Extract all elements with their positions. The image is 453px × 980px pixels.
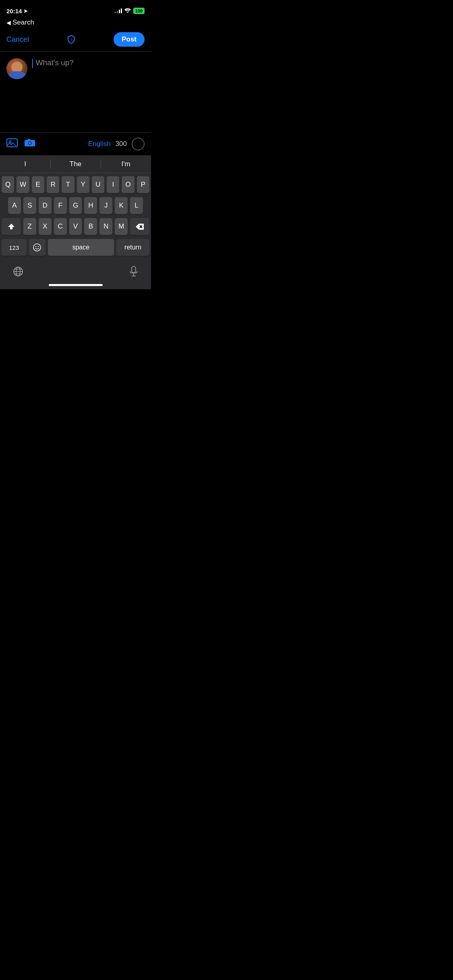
key-d[interactable]: D xyxy=(39,197,52,214)
back-arrow-icon: ◀ xyxy=(6,19,11,26)
svg-point-5 xyxy=(29,142,31,144)
shift-key[interactable] xyxy=(2,218,21,235)
back-navigation[interactable]: ◀ Search xyxy=(0,18,151,29)
signal-icon xyxy=(115,8,122,13)
key-q[interactable]: Q xyxy=(2,176,14,193)
home-indicator-bar xyxy=(49,284,103,286)
key-b[interactable]: B xyxy=(84,218,97,235)
svg-point-11 xyxy=(38,246,39,247)
key-n[interactable]: N xyxy=(99,218,112,235)
key-h[interactable]: H xyxy=(84,197,97,214)
space-key[interactable]: space xyxy=(48,239,114,256)
camera-icon[interactable] xyxy=(24,138,35,150)
battery-level: 100 xyxy=(135,8,143,13)
key-r[interactable]: R xyxy=(47,176,59,193)
key-e[interactable]: E xyxy=(32,176,44,193)
shield-icon[interactable]: ! xyxy=(66,34,77,45)
key-x[interactable]: X xyxy=(39,218,52,235)
num-key[interactable]: 123 xyxy=(2,239,27,256)
svg-point-9 xyxy=(33,244,41,251)
text-cursor xyxy=(32,59,33,68)
wifi-icon xyxy=(124,8,131,14)
key-j[interactable]: J xyxy=(99,197,112,214)
char-count: 300 xyxy=(116,140,127,148)
back-label: Search xyxy=(12,19,34,27)
key-w[interactable]: W xyxy=(17,176,29,193)
bottom-bar xyxy=(0,261,151,282)
keyboard-row-4: 123 space return xyxy=(2,239,149,256)
language-label[interactable]: English xyxy=(88,140,111,148)
compose-text-field[interactable]: What's up? xyxy=(32,58,145,126)
status-bar: 20:14 ➤ 100 xyxy=(0,0,151,18)
key-m[interactable]: M xyxy=(115,218,128,235)
post-button[interactable]: Post xyxy=(114,32,145,47)
toolbar-center: ! xyxy=(66,34,77,45)
key-l[interactable]: L xyxy=(130,197,143,214)
emoji-key[interactable] xyxy=(29,239,46,256)
key-o[interactable]: O xyxy=(122,176,134,193)
key-c[interactable]: C xyxy=(54,218,67,235)
key-i[interactable]: I xyxy=(107,176,119,193)
autocomplete-item-1[interactable]: I xyxy=(0,155,50,173)
svg-point-10 xyxy=(35,246,36,247)
battery-icon: 100 xyxy=(133,8,145,14)
key-f[interactable]: F xyxy=(54,197,67,214)
time-display: 20:14 xyxy=(6,8,22,14)
keyboard: Q W E R T Y U I O P A S D F G H J K L Z … xyxy=(0,173,151,261)
image-icon[interactable] xyxy=(6,138,18,150)
svg-point-2 xyxy=(9,141,11,143)
keyboard-row-2: A S D F G H J K L xyxy=(2,197,149,214)
avatar xyxy=(6,58,27,79)
key-g[interactable]: G xyxy=(69,197,82,214)
key-v[interactable]: V xyxy=(69,218,82,235)
autocomplete-item-3[interactable]: I'm xyxy=(101,155,151,173)
home-indicator xyxy=(0,282,151,289)
status-time: 20:14 ➤ xyxy=(6,8,28,14)
key-t[interactable]: T xyxy=(62,176,74,193)
svg-rect-6 xyxy=(28,139,30,140)
keyboard-row-1: Q W E R T Y U I O P xyxy=(2,176,149,193)
return-key[interactable]: return xyxy=(116,239,149,256)
mic-icon[interactable] xyxy=(129,266,138,280)
svg-text:!: ! xyxy=(71,38,72,41)
autocomplete-bar: I The I'm xyxy=(0,155,151,173)
globe-icon[interactable] xyxy=(13,266,23,279)
compose-toolbar: Cancel ! Post xyxy=(0,29,151,52)
svg-rect-17 xyxy=(132,266,136,273)
circle-button[interactable] xyxy=(132,138,145,150)
key-a[interactable]: A xyxy=(8,197,21,214)
key-u[interactable]: U xyxy=(92,176,104,193)
key-y[interactable]: Y xyxy=(77,176,89,193)
compose-area[interactable]: What's up? xyxy=(0,52,151,132)
cancel-button[interactable]: Cancel xyxy=(6,35,29,44)
key-z[interactable]: Z xyxy=(23,218,36,235)
autocomplete-item-2[interactable]: The xyxy=(50,155,101,173)
backspace-key[interactable] xyxy=(130,218,149,235)
media-toolbar: English 300 xyxy=(0,132,151,155)
media-toolbar-right: English 300 xyxy=(88,138,145,150)
status-icons: 100 xyxy=(115,8,145,14)
key-k[interactable]: K xyxy=(115,197,128,214)
location-arrow-icon: ➤ xyxy=(23,8,28,14)
compose-placeholder: What's up? xyxy=(35,58,73,67)
key-p[interactable]: P xyxy=(137,176,149,193)
keyboard-row-3: Z X C V B N M xyxy=(2,218,149,235)
key-s[interactable]: S xyxy=(23,197,36,214)
